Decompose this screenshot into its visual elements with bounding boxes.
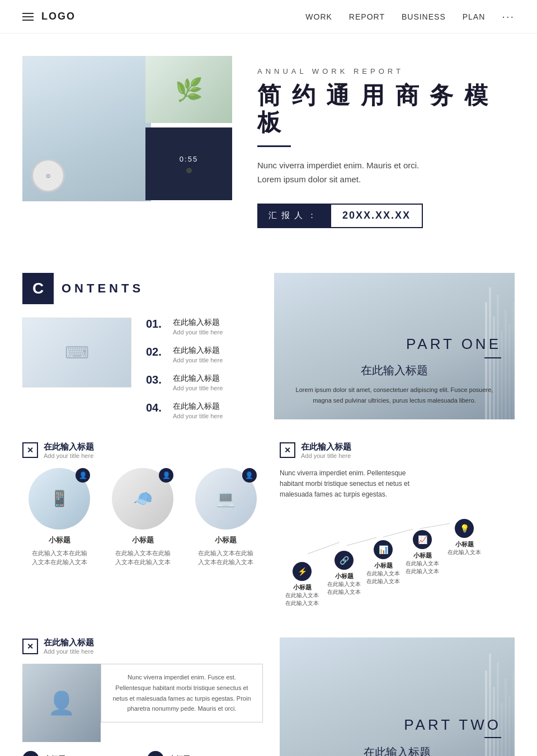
part-one-panel: PART ONE 在此输入标题 Lorem ipsum dolor sit am…	[274, 273, 515, 419]
hero-title: 简 约 通 用 商 务 模 板	[257, 82, 515, 136]
part-two-subtitle: 在此输入标题	[293, 745, 501, 756]
part-two-label: PART TWO	[293, 716, 501, 734]
hamburger-menu[interactable]	[22, 13, 34, 21]
part-one-desc: Lorem ipsum dolor sit amet, consectetuer…	[288, 385, 501, 405]
section2-right-icon: ✕	[280, 442, 295, 458]
section2-icon: ✕	[22, 442, 38, 458]
hero-image-plant: 🌿	[145, 56, 232, 123]
contents-item-2: 02. 在此输入标题 Add your title here	[146, 346, 263, 363]
contents-c-letter: C	[22, 273, 54, 304]
section2-right-sub: Add your title here	[301, 452, 351, 459]
hero-section: ⊙ 🌿 0:55 ANNUAL WORK REPORT 简 约 通 用 商 务 …	[0, 34, 537, 256]
hero-image-device: 0:55	[145, 127, 232, 200]
contents-left: C ONTENTS ⌨ 01. 在此输入标题 Add your title he…	[22, 273, 263, 419]
timeline-panel: ✕ 在此输入标题 Add your title here Nunc viverr…	[280, 442, 515, 616]
section-cards: ✕ 在此输入标题 Add your title here 📱 👤 小标题 在此输…	[0, 436, 537, 632]
contents-items-list: 01. 在此输入标题 Add your title here 02. 在此输入标…	[140, 318, 263, 419]
nav-right: WORK REPORT BUSINESS PLAN ···	[305, 10, 515, 23]
timeline-desc: Nunc viverra imperdiet enim. Pellentesqu…	[280, 468, 414, 500]
section3-title-block: ✕ 在此输入标题 Add your title here	[22, 637, 263, 655]
section2-subtitle: Add your title here	[44, 452, 94, 459]
section-bottom: ✕ 在此输入标题 Add your title here 👤 Nunc vive…	[0, 632, 537, 756]
tl-node-2: 🔗 小标题 在此输入文本 在此输入文本	[327, 551, 361, 596]
section3-title: 在此输入标题	[44, 637, 94, 648]
logo: LOGO	[41, 11, 76, 22]
timeline-chart: ⚡ 小标题 在此输入文本 在此输入文本 🔗 小标题 在此输入文本 在此输入文本 …	[280, 509, 515, 615]
hero-content: ANNUAL WORK REPORT 简 约 通 用 商 务 模 板 Nunc …	[257, 56, 515, 228]
section2-right-main: 在此输入标题	[301, 442, 351, 452]
hero-subtitle: ANNUAL WORK REPORT	[257, 67, 515, 75]
card-item-3: 💻 👤 小标题 在此输入文本在此输 入文本在此输入文本	[189, 468, 263, 567]
nav-item-business[interactable]: BUSINESS	[402, 12, 446, 21]
section2-title-block: ✕ 在此输入标题 Add your title here	[22, 442, 263, 459]
nav-more-button[interactable]: ···	[502, 10, 515, 23]
section3-card1-icon: ⚙	[22, 751, 39, 756]
card-item-2: 🧢 👤 小标题 在此输入文本在此输 入文本在此输入文本	[106, 468, 180, 567]
section3-cards: ⚙ 小标题 在此输入文本在此输 入文本在此输 入文本在此输入文本 ♂ 小标题 在…	[22, 751, 263, 756]
section2-title: 在此输入标题	[44, 442, 94, 452]
tl-node-5: 💡 小标题 在此输入文本	[447, 519, 481, 556]
section3-left: ✕ 在此输入标题 Add your title here 👤 Nunc vive…	[22, 637, 263, 756]
section3-icon: ✕	[22, 639, 38, 654]
contents-item-3: 03. 在此输入标题 Add your title here	[146, 374, 263, 391]
section3-photo: 👤	[22, 664, 101, 742]
section3-card-1: ⚙ 小标题 在此输入文本在此输 入文本在此输 入文本在此输入文本	[22, 751, 138, 756]
card-item-1: 📱 👤 小标题 在此输入文本在此输 入文本在此输入文本	[22, 468, 97, 567]
contents-keyboard-image: ⌨	[22, 318, 131, 388]
contents-item-4: 04. 在此输入标题 Add your title here	[146, 401, 263, 419]
nav-left: LOGO	[22, 11, 76, 22]
contents-body: ⌨ 01. 在此输入标题 Add your title here 02. 在此输…	[22, 318, 263, 419]
hero-image-collage: ⊙ 🌿 0:55	[22, 56, 235, 212]
contents-title: ONTENTS	[62, 281, 144, 296]
hero-reporter: 汇 报 人 ： 20XX.XX.XX	[257, 204, 515, 228]
cards-row: 📱 👤 小标题 在此输入文本在此输 入文本在此输入文本 🧢 👤 小标题 在此输入…	[22, 468, 263, 567]
navigation: LOGO WORK REPORT BUSINESS PLAN ···	[0, 0, 537, 34]
section2-right-title: ✕ 在此输入标题 Add your title here	[280, 442, 515, 459]
contents-item-1: 01. 在此输入标题 Add your title here	[146, 318, 263, 336]
tl-node-3: 📊 小标题 在此输入文本 在此输入文本	[366, 540, 400, 585]
section3-text-box: Nunc viverra imperdiet enim. Fusce est. …	[101, 664, 263, 722]
hero-divider	[257, 145, 291, 147]
tl-node-4: 📈 小标题 在此输入文本 在此输入文本	[406, 530, 439, 575]
hero-description: Nunc viverra imperdiet enim. Mauris et o…	[257, 158, 515, 187]
nav-item-plan[interactable]: PLAN	[463, 12, 486, 21]
part-two-panel: PART TWO 在此输入标题 Lorem ipsum dolor sit am…	[280, 637, 515, 756]
part-one-subtitle: 在此输入标题	[288, 363, 501, 378]
contents-section: C ONTENTS ⌨ 01. 在此输入标题 Add your title he…	[0, 256, 537, 436]
part2-divider	[484, 737, 501, 738]
section3-card-2: ♂ 小标题 在此输入文本在此输 入文本在此输 入文本在此输入文本	[147, 751, 263, 756]
reporter-label: 汇 报 人 ：	[257, 204, 330, 228]
section3-card2-icon: ♂	[147, 751, 164, 756]
cards-left-panel: ✕ 在此输入标题 Add your title here 📱 👤 小标题 在此输…	[22, 442, 263, 616]
part-one-label: PART ONE	[288, 336, 501, 353]
tl-node-1: ⚡ 小标题 在此输入文本 在此输入文本	[285, 562, 319, 607]
nav-item-work[interactable]: WORK	[305, 12, 332, 21]
nav-item-report[interactable]: REPORT	[349, 12, 385, 21]
hero-image-main: ⊙	[22, 56, 151, 201]
reporter-date: 20XX.XX.XX	[330, 204, 423, 228]
tl-line-4	[420, 523, 450, 530]
contents-header: C ONTENTS	[22, 273, 263, 304]
section3-subtitle: Add your title here	[44, 648, 94, 655]
